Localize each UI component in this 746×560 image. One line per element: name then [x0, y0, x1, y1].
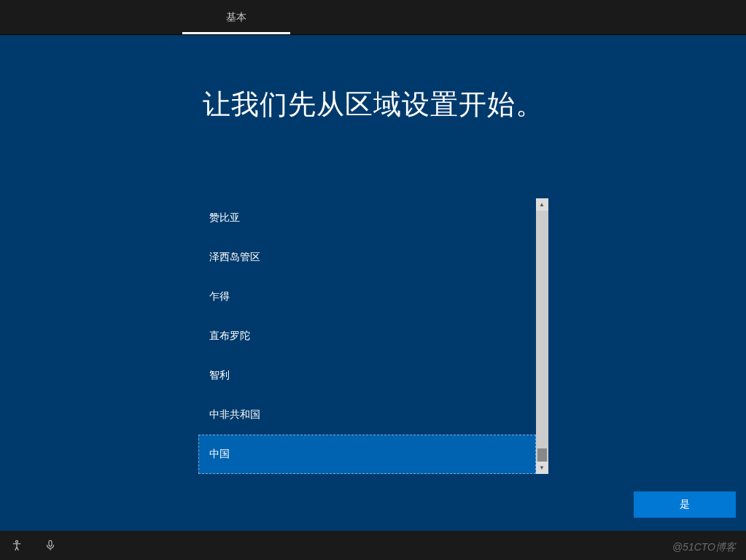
bottom-bar [0, 531, 746, 560]
region-item[interactable]: 泽西岛管区 [198, 238, 536, 277]
main-content: 让我们先从区域设置开始。 赞比亚泽西岛管区乍得直布罗陀智利中非共和国中国 ▲ ▼ [0, 35, 746, 560]
tab-label: 基本 [226, 11, 246, 23]
region-item[interactable]: 赞比亚 [198, 198, 536, 238]
region-item-label: 直布罗陀 [209, 330, 250, 341]
scroll-down-button[interactable]: ▼ [536, 462, 548, 474]
region-item-label: 中国 [209, 448, 230, 459]
oobe-window: 基本 让我们先从区域设置开始。 赞比亚泽西岛管区乍得直布罗陀智利中非共和国中国 … [0, 0, 746, 560]
yes-button[interactable]: 是 [634, 491, 736, 518]
chevron-up-icon: ▲ [539, 201, 545, 208]
svg-point-0 [16, 540, 18, 542]
region-item-label: 乍得 [209, 290, 230, 302]
chevron-down-icon: ▼ [539, 464, 545, 471]
page-title: 让我们先从区域设置开始。 [203, 86, 544, 123]
top-tab-bar: 基本 [0, 0, 746, 35]
accessibility-icon[interactable] [10, 539, 23, 552]
svg-rect-1 [49, 540, 52, 546]
region-list[interactable]: 赞比亚泽西岛管区乍得直布罗陀智利中非共和国中国 [198, 198, 536, 474]
tab-basic[interactable]: 基本 [182, 1, 290, 34]
region-item-label: 中非共和国 [209, 408, 260, 420]
region-item[interactable]: 直布罗陀 [198, 316, 536, 356]
region-item[interactable]: 乍得 [198, 277, 536, 316]
watermark-text: @51CTO博客 [672, 541, 736, 554]
scroll-thumb[interactable] [537, 448, 547, 462]
action-row: 是 [634, 491, 736, 518]
region-item-label: 泽西岛管区 [209, 251, 260, 262]
microphone-icon[interactable] [44, 539, 57, 552]
scrollbar[interactable]: ▲ ▼ [536, 198, 548, 474]
region-item-label: 智利 [209, 369, 230, 381]
region-item[interactable]: 中国 [198, 435, 536, 474]
region-item-label: 赞比亚 [209, 211, 240, 223]
scroll-track[interactable] [536, 211, 548, 462]
region-item[interactable]: 智利 [198, 356, 536, 395]
scroll-up-button[interactable]: ▲ [536, 198, 548, 211]
region-list-container: 赞比亚泽西岛管区乍得直布罗陀智利中非共和国中国 ▲ ▼ [198, 198, 548, 474]
region-item[interactable]: 中非共和国 [198, 395, 536, 435]
